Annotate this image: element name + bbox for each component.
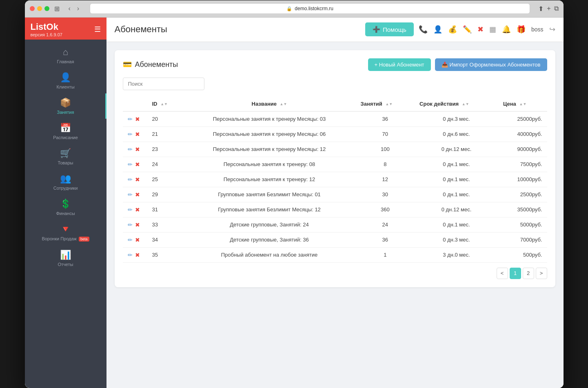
sidebar-item-clients[interactable]: 👤Клиенты	[25, 68, 107, 93]
row-sessions-2: 100	[356, 142, 415, 157]
topbar-icons: 📞 👤 💰 ✏️ ✖ ▦ 🔔 🎁 boss ↪	[419, 25, 555, 34]
row-validity-7: 0 дн.1 мес.	[415, 217, 498, 232]
sidebar-item-funnel[interactable]: 🔻Воронки Продаж beta	[25, 220, 107, 246]
row-name-9: Пробный абонемент на любое занятие	[183, 247, 355, 262]
forward-btn[interactable]: ›	[75, 4, 82, 13]
abonements-card: 💳 Абонементы + Новый Абонемент 📥 Импорт …	[115, 50, 555, 287]
pagination-next[interactable]: >	[536, 268, 547, 279]
row-actions-7: ✏ ✖	[123, 217, 147, 232]
delete-btn-2[interactable]: ✖	[135, 146, 140, 153]
sidebar-item-products[interactable]: 🛒Товары	[25, 144, 107, 169]
logout-icon[interactable]: ↪	[549, 25, 555, 34]
delete-btn-3[interactable]: ✖	[135, 161, 140, 168]
th-price[interactable]: Цена ▲▼	[498, 97, 547, 111]
grid-icon[interactable]: ▦	[489, 25, 496, 34]
delete-btn-9[interactable]: ✖	[135, 252, 140, 258]
delete-btn-7[interactable]: ✖	[135, 222, 140, 228]
windows-icon[interactable]: ⧉	[554, 5, 559, 13]
pagination-page-1[interactable]: 1	[510, 268, 521, 279]
delete-btn-5[interactable]: ✖	[135, 191, 140, 198]
help-label: Помощь	[383, 26, 406, 33]
main-content: 💳 Абонементы + Новый Абонемент 📥 Импорт …	[107, 42, 564, 388]
phone-icon[interactable]: 📞	[419, 25, 428, 34]
row-name-5: Групповые занятия Безлимит Месяцы: 01	[183, 187, 355, 202]
new-abonement-button[interactable]: + Новый Абонемент	[368, 58, 431, 71]
sidebar-item-classes[interactable]: 📦Занятия	[25, 93, 107, 119]
sidebar-item-home[interactable]: ⌂Главная	[25, 43, 107, 68]
edit-btn-8[interactable]: ✏	[128, 237, 133, 243]
table-row: ✏ ✖ 20 Персональные занятия к тренеру Ме…	[123, 111, 547, 127]
row-sessions-7: 24	[356, 217, 415, 232]
edit-btn-7[interactable]: ✏	[128, 222, 133, 228]
import-icon: 📥	[442, 62, 448, 68]
edit-btn-2[interactable]: ✏	[128, 146, 133, 153]
topbar: Абонементы ➕ Помощь 📞 👤 💰 ✏️ ✖ ▦ 🔔 🎁 bos…	[107, 18, 564, 42]
page-title: Абонементы	[115, 24, 360, 35]
th-validity[interactable]: Срок действия ▲▼	[415, 97, 498, 111]
delete-btn-8[interactable]: ✖	[135, 237, 140, 243]
th-id[interactable]: ID ▲▼	[147, 97, 183, 111]
pagination: < 1 2 >	[123, 268, 547, 279]
traffic-light-yellow[interactable]	[37, 6, 42, 11]
clients-icon: 👤	[60, 72, 71, 83]
delete-btn-6[interactable]: ✖	[135, 206, 140, 213]
table-row: ✏ ✖ 31 Групповые занятия Безлимит Месяцы…	[123, 202, 547, 217]
pagination-page-2[interactable]: 2	[523, 268, 534, 279]
edit-btn-1[interactable]: ✏	[128, 131, 133, 137]
payment-icon[interactable]: 💰	[448, 25, 457, 34]
row-validity-5: 0 дн.1 мес.	[415, 187, 498, 202]
gift-icon[interactable]: 🎁	[517, 25, 526, 34]
row-price-9: 500руб.	[498, 247, 547, 262]
bell-icon[interactable]: 🔔	[502, 25, 511, 34]
delete-btn-0[interactable]: ✖	[135, 116, 140, 122]
row-name-1: Персональные занятия к тренеру Месяцы: 0…	[183, 126, 355, 142]
row-validity-8: 0 дн.3 мес.	[415, 232, 498, 247]
row-validity-1: 0 дн.6 мес.	[415, 126, 498, 142]
edit-btn-3[interactable]: ✏	[128, 161, 133, 168]
address-bar[interactable]: 🔒 demo.listokcrm.ru	[90, 3, 530, 14]
th-actions	[123, 97, 147, 111]
table-row: ✏ ✖ 33 Детские групповые, Занятий: 24 24…	[123, 217, 547, 232]
traffic-light-red[interactable]	[30, 6, 35, 11]
share-icon[interactable]: ⬆	[538, 5, 544, 13]
row-id-6: 31	[147, 202, 183, 217]
user-name[interactable]: boss	[531, 26, 544, 33]
staff-icon: 👥	[60, 173, 71, 184]
sidebar-nav: ⌂Главная👤Клиенты📦Занятия📅Расписание🛒Това…	[25, 40, 107, 388]
edit-btn-4[interactable]: ✏	[128, 176, 133, 183]
cancel-icon[interactable]: ✖	[477, 25, 484, 34]
search-input[interactable]	[123, 78, 204, 90]
row-name-0: Персональные занятия к тренеру Месяцы: 0…	[183, 111, 355, 127]
logo-title: ListOk	[31, 22, 58, 32]
sidebar-item-reports[interactable]: 📊Отчеты	[25, 246, 107, 271]
th-sessions[interactable]: Занятий ▲▼	[356, 97, 415, 111]
back-btn[interactable]: ‹	[66, 4, 73, 13]
edit-btn-6[interactable]: ✏	[128, 206, 133, 213]
hamburger-btn[interactable]: ☰	[94, 25, 101, 34]
delete-btn-4[interactable]: ✖	[135, 176, 140, 183]
contact-icon[interactable]: 👤	[433, 25, 442, 34]
card-header: 💳 Абонементы + Новый Абонемент 📥 Импорт …	[123, 58, 547, 71]
row-validity-9: 3 дн.0 мес.	[415, 247, 498, 262]
edit-btn-5[interactable]: ✏	[128, 191, 133, 198]
edit-icon[interactable]: ✏️	[463, 25, 472, 34]
help-button[interactable]: ➕ Помощь	[365, 22, 414, 36]
row-sessions-4: 12	[356, 172, 415, 187]
th-name[interactable]: Название ▲▼	[183, 97, 355, 111]
pagination-prev[interactable]: <	[497, 268, 508, 279]
sidebar-toggle-btn[interactable]: ⊞	[54, 5, 60, 13]
card-title-icon: 💳	[123, 60, 132, 69]
row-actions-2: ✏ ✖	[123, 142, 147, 157]
reports-icon: 📊	[60, 250, 71, 260]
edit-btn-9[interactable]: ✏	[128, 252, 133, 258]
delete-btn-1[interactable]: ✖	[135, 131, 140, 137]
row-validity-6: 0 дн.12 мес.	[415, 202, 498, 217]
edit-btn-0[interactable]: ✏	[128, 116, 133, 122]
row-id-3: 24	[147, 157, 183, 172]
add-tab-icon[interactable]: +	[547, 5, 550, 13]
import-abonements-button[interactable]: 📥 Импорт Оформленных Абонементов	[435, 58, 547, 71]
sidebar-item-schedule[interactable]: 📅Расписание	[25, 119, 107, 144]
sidebar-item-finance[interactable]: 💲Финансы	[25, 195, 107, 220]
sidebar-item-staff[interactable]: 👥Сотрудники	[25, 169, 107, 195]
traffic-light-green[interactable]	[44, 6, 49, 11]
